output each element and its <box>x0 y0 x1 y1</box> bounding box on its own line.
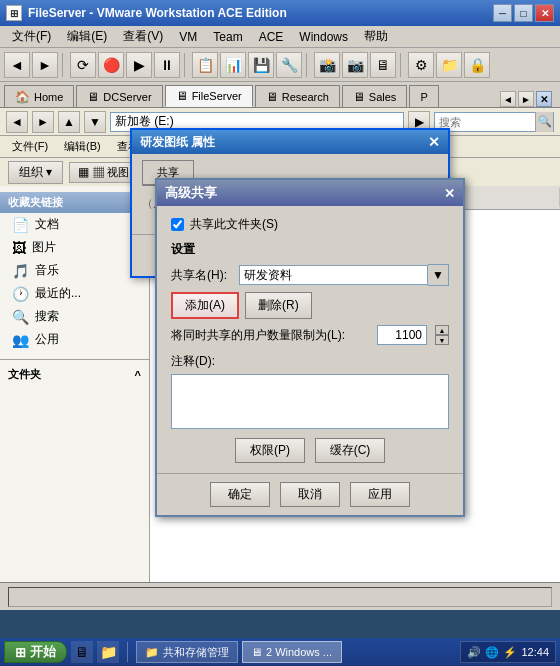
toolbar-btn-1[interactable]: ⟳ <box>70 52 96 78</box>
tab-nav-next[interactable]: ► <box>518 91 534 107</box>
sidebar-item-search[interactable]: 🔍 搜索 <box>0 305 149 328</box>
remove-button[interactable]: 删除(R) <box>245 292 312 319</box>
toolbar-back[interactable]: ◄ <box>4 52 30 78</box>
properties-close-button[interactable]: ✕ <box>428 134 440 150</box>
file-menu-edit[interactable]: 编辑(B) <box>56 137 109 156</box>
share-title-text: 高级共享 <box>165 184 217 202</box>
toolbar-btn-9[interactable]: 📸 <box>314 52 340 78</box>
minimize-button[interactable]: ─ <box>493 4 512 22</box>
tab-dcserver-icon: 🖥 <box>87 90 99 104</box>
menu-team[interactable]: Team <box>205 28 250 46</box>
sidebar-item-music[interactable]: 🎵 音乐 <box>0 259 149 282</box>
tab-sales-icon: 🖥 <box>353 90 365 104</box>
sidebar-item-public[interactable]: 👥 公用 <box>0 328 149 351</box>
sidebar-item-recent[interactable]: 🕐 最近的... <box>0 282 149 305</box>
toolbar-btn-8[interactable]: 🔧 <box>276 52 302 78</box>
toolbar-btn-14[interactable]: 🔒 <box>464 52 490 78</box>
sidebar-item-pictures[interactable]: 🖼 图片 <box>0 236 149 259</box>
tab-p[interactable]: P <box>409 85 438 107</box>
documents-icon: 📄 <box>12 217 29 233</box>
menu-file[interactable]: 文件(F) <box>4 26 59 47</box>
title-bar-text: FileServer - VMware Workstation ACE Edit… <box>28 6 493 20</box>
toolbar-btn-12[interactable]: ⚙ <box>408 52 434 78</box>
back-button[interactable]: ◄ <box>6 111 28 133</box>
system-tray: 🔊 🌐 ⚡ 12:44 <box>460 641 556 663</box>
up-button[interactable]: ▲ <box>58 111 80 133</box>
address-dropdown[interactable]: ▼ <box>84 111 106 133</box>
share-apply-button[interactable]: 应用 <box>350 482 410 507</box>
taskbar: ⊞ 开始 🖥 📁 📁 共和存储管理 🖥 2 Windows ... 🔊 🌐 ⚡ … <box>0 638 560 666</box>
toolbar-btn-7[interactable]: 💾 <box>248 52 274 78</box>
share-checkbox[interactable] <box>171 218 184 231</box>
quick-launch-folder[interactable]: 📁 <box>97 641 119 663</box>
comment-textarea[interactable] <box>171 374 449 429</box>
pictures-icon: 🖼 <box>12 240 26 256</box>
window-controls: ─ □ ✕ <box>493 4 554 22</box>
tab-dcserver[interactable]: 🖥 DCServer <box>76 85 162 107</box>
organize-button[interactable]: 组织 ▾ <box>8 161 63 184</box>
menu-vm[interactable]: VM <box>171 28 205 46</box>
menu-edit[interactable]: 编辑(E) <box>59 26 115 47</box>
search-button[interactable]: 🔍 <box>535 112 553 132</box>
search-input[interactable] <box>435 113 535 131</box>
spin-up-button[interactable]: ▲ <box>435 325 449 335</box>
share-checkbox-row: 共享此文件夹(S) <box>171 216 449 233</box>
add-button[interactable]: 添加(A) <box>171 292 239 319</box>
close-button[interactable]: ✕ <box>535 4 554 22</box>
tab-fileserver[interactable]: 🖥 FileServer <box>165 85 253 107</box>
status-bar <box>0 582 560 610</box>
taskbar-window-storage[interactable]: 📁 共和存储管理 <box>136 641 238 663</box>
tab-nav-prev[interactable]: ◄ <box>500 91 516 107</box>
menu-view[interactable]: 查看(V) <box>115 26 171 47</box>
toolbar-forward[interactable]: ► <box>32 52 58 78</box>
taskbar-window-vmware[interactable]: 🖥 2 Windows ... <box>242 641 342 663</box>
menu-windows[interactable]: Windows <box>291 28 356 46</box>
maximize-button[interactable]: □ <box>514 4 533 22</box>
tab-research[interactable]: 🖥 Research <box>255 85 340 107</box>
share-title-bar: 高级共享 ✕ <box>157 180 463 206</box>
user-limit-input[interactable]: 1100 <box>377 325 427 345</box>
toolbar-btn-10[interactable]: 📷 <box>342 52 368 78</box>
toolbar-btn-4[interactable]: ⏸ <box>154 52 180 78</box>
music-icon: 🎵 <box>12 263 29 279</box>
spinner-buttons: ▲ ▼ <box>435 325 449 345</box>
share-close-button[interactable]: ✕ <box>444 186 455 201</box>
toolbar-btn-2[interactable]: 🔴 <box>98 52 124 78</box>
toolbar-btn-6[interactable]: 📊 <box>220 52 246 78</box>
cache-button[interactable]: 缓存(C) <box>315 438 385 463</box>
start-button[interactable]: ⊞ 开始 <box>4 641 67 663</box>
action-buttons: 权限(P) 缓存(C) <box>171 438 449 463</box>
comment-label: 注释(D): <box>171 353 449 370</box>
quick-launch-explorer[interactable]: 🖥 <box>71 641 93 663</box>
share-dialog-bottom: 确定 取消 应用 <box>157 473 463 515</box>
toolbar-btn-13[interactable]: 📁 <box>436 52 462 78</box>
toolbar-btn-5[interactable]: 📋 <box>192 52 218 78</box>
tab-close[interactable]: ✕ <box>536 91 552 107</box>
file-menu-file[interactable]: 文件(F) <box>4 137 56 156</box>
folders-header[interactable]: 文件夹 ^ <box>0 364 149 385</box>
share-name-dropdown[interactable]: ▼ <box>428 264 449 286</box>
spin-down-button[interactable]: ▼ <box>435 335 449 345</box>
tray-icon-sound: 🔊 <box>467 646 481 659</box>
forward-button[interactable]: ► <box>32 111 54 133</box>
tab-sales[interactable]: 🖥 Sales <box>342 85 408 107</box>
favorites-header: 收藏夹链接 <box>0 192 149 213</box>
permissions-button[interactable]: 权限(P) <box>235 438 305 463</box>
tab-home[interactable]: 🏠 Home <box>4 85 74 107</box>
sidebar-item-documents[interactable]: 📄 文档 <box>0 213 149 236</box>
menu-bar: 文件(F) 编辑(E) 查看(V) VM Team ACE Windows 帮助 <box>0 26 560 48</box>
recent-icon: 🕐 <box>12 286 29 302</box>
title-bar: ⊞ FileServer - VMware Workstation ACE Ed… <box>0 0 560 26</box>
share-name-input[interactable] <box>239 265 428 285</box>
share-body: 共享此文件夹(S) 设置 共享名(H): ▼ 添加(A) 删除(R) 将同时共享… <box>157 206 463 473</box>
share-name-input-group: ▼ <box>239 264 449 286</box>
toolbar-btn-3[interactable]: ▶ <box>126 52 152 78</box>
menu-ace[interactable]: ACE <box>251 28 292 46</box>
toolbar-separator-1 <box>62 53 66 77</box>
menu-help[interactable]: 帮助 <box>356 26 396 47</box>
taskbar-separator <box>127 642 128 662</box>
share-cancel-button[interactable]: 取消 <box>280 482 340 507</box>
tab-research-icon: 🖥 <box>266 90 278 104</box>
toolbar-btn-11[interactable]: 🖥 <box>370 52 396 78</box>
share-ok-button[interactable]: 确定 <box>210 482 270 507</box>
